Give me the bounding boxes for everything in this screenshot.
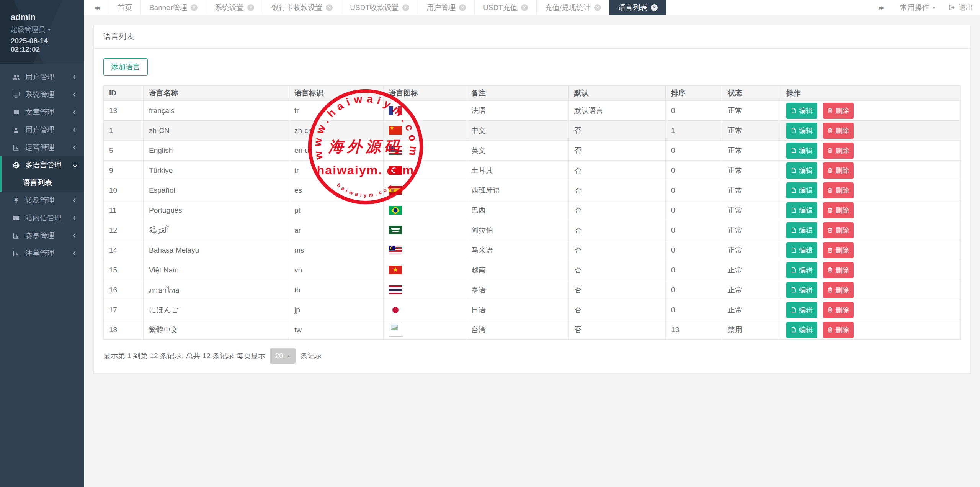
tab[interactable]: 银行卡收款设置×: [263, 0, 341, 15]
flag-broken-image-icon: [389, 323, 403, 337]
edit-button-label: 编辑: [799, 186, 813, 195]
page-size-dropdown[interactable]: 20 ▲: [270, 348, 296, 364]
delete-button[interactable]: 删除: [823, 162, 854, 179]
sidebar-item[interactable]: 文章管理: [0, 103, 84, 121]
flag-turkey-icon: [389, 166, 402, 175]
tab[interactable]: 语言列表×: [609, 0, 666, 15]
delete-button[interactable]: 删除: [823, 182, 854, 198]
sidebar-item[interactable]: 运营管理: [0, 139, 84, 156]
cell-language-flag: [384, 300, 466, 320]
tab[interactable]: USDT收款设置×: [341, 0, 418, 15]
tabs-scroll-right-button[interactable]: ▶▶: [869, 0, 893, 15]
delete-button[interactable]: 删除: [823, 302, 854, 318]
sidebar-item[interactable]: 多语言管理: [2, 156, 84, 174]
sidebar-item[interactable]: ¥转盘管理: [0, 192, 84, 209]
cell-actions: 编辑 删除: [781, 101, 961, 121]
sidebar-group: 用户管理: [0, 121, 84, 139]
sidebar-item-label: 多语言管理: [25, 160, 74, 170]
pagination-summary: 显示第 1 到第 12 条记录, 总共 12 条记录 每页显示: [103, 351, 265, 361]
cell-id: 14: [104, 240, 144, 260]
sidebar-item[interactable]: 站内信管理: [0, 209, 84, 227]
delete-button[interactable]: 删除: [823, 282, 854, 298]
user-role-label: 超级管理员: [11, 25, 45, 34]
tab-close-icon[interactable]: ×: [521, 4, 528, 11]
tabs-scroll-left-button[interactable]: ◀◀: [84, 0, 109, 15]
cell-language-code: jp: [289, 300, 384, 320]
tab-close-icon[interactable]: ×: [459, 4, 466, 11]
tab[interactable]: 用户管理×: [418, 0, 474, 15]
sidebar-subitem[interactable]: 语言列表: [2, 174, 84, 192]
tab[interactable]: 充值/提现统计×: [536, 0, 609, 15]
sidebar-item[interactable]: 用户管理: [0, 68, 84, 86]
tab-close-icon[interactable]: ×: [651, 4, 658, 11]
delete-button[interactable]: 删除: [823, 242, 854, 258]
tabs: 首页Banner管理×系统设置×银行卡收款设置×USDT收款设置×用户管理×US…: [109, 0, 666, 15]
cell-default: 否: [569, 121, 666, 141]
delete-button[interactable]: 删除: [823, 103, 854, 119]
tab-close-icon[interactable]: ×: [191, 4, 198, 11]
add-language-button[interactable]: 添加语言: [103, 58, 148, 76]
delete-button[interactable]: 删除: [823, 202, 854, 218]
delete-button[interactable]: 删除: [823, 143, 854, 159]
logout-button[interactable]: 退出: [942, 0, 980, 15]
cell-status: 正常: [722, 240, 781, 260]
cell-default: 否: [569, 200, 666, 220]
tab[interactable]: Banner管理×: [140, 0, 206, 15]
cell-id: 15: [104, 260, 144, 280]
delete-button[interactable]: 删除: [823, 123, 854, 139]
edit-button[interactable]: 编辑: [786, 182, 817, 198]
tab-close-icon[interactable]: ×: [247, 4, 254, 11]
tab[interactable]: 系统设置×: [206, 0, 263, 15]
sidebar-item[interactable]: 注单管理: [0, 244, 84, 262]
cell-sort: 13: [666, 320, 722, 340]
cell-actions: 编辑 删除: [781, 260, 961, 280]
user-role-dropdown[interactable]: 超级管理员 ▾: [11, 25, 74, 34]
edit-button[interactable]: 编辑: [786, 322, 817, 338]
edit-button[interactable]: 编辑: [786, 262, 817, 278]
cell-sort: 0: [666, 280, 722, 300]
cell-sort: 1: [666, 121, 722, 141]
delete-button[interactable]: 删除: [823, 262, 854, 278]
tab[interactable]: 首页: [109, 0, 140, 15]
pagination-info: 显示第 1 到第 12 条记录, 总共 12 条记录 每页显示 20 ▲ 条记录: [103, 348, 961, 364]
edit-icon: [791, 128, 796, 133]
table-body: 13 français fr 法语 默认语言 0 正常 编辑 删除 1 zh-C…: [104, 101, 961, 340]
cell-language-flag: [384, 141, 466, 161]
delete-button[interactable]: 删除: [823, 322, 854, 338]
tab-close-icon[interactable]: ×: [594, 4, 601, 11]
chevron-left-icon: [73, 92, 77, 97]
edit-button-label: 编辑: [799, 325, 813, 335]
edit-button[interactable]: 编辑: [786, 222, 817, 238]
trash-icon: [828, 128, 833, 133]
edit-button[interactable]: 编辑: [786, 282, 817, 298]
edit-button[interactable]: 编辑: [786, 103, 817, 119]
table-row: 5 English en-us 英文 否 0 正常 编辑 删除: [104, 141, 961, 161]
cell-id: 1: [104, 121, 144, 141]
delete-button-label: 删除: [835, 226, 849, 235]
edit-button[interactable]: 编辑: [786, 162, 817, 179]
edit-button[interactable]: 编辑: [786, 202, 817, 218]
column-header: ID: [104, 86, 144, 101]
sidebar-item-label: 系统管理: [25, 90, 74, 100]
sidebar-item-label: 运营管理: [25, 143, 74, 152]
common-actions-button[interactable]: 常用操作 ▾: [893, 0, 942, 15]
sidebar-item[interactable]: 系统管理: [0, 86, 84, 103]
cell-default: 否: [569, 240, 666, 260]
sidebar-item[interactable]: 赛事管理: [0, 227, 84, 244]
cell-note: 马来语: [466, 240, 569, 260]
edit-button[interactable]: 编辑: [786, 242, 817, 258]
double-left-arrow-icon: ◀◀: [94, 5, 99, 10]
edit-button-label: 编辑: [799, 126, 813, 135]
edit-button[interactable]: 编辑: [786, 143, 817, 159]
delete-button-label: 删除: [835, 285, 849, 295]
cell-language-name: Español: [144, 180, 289, 200]
edit-button-label: 编辑: [799, 285, 813, 295]
edit-button[interactable]: 编辑: [786, 302, 817, 318]
delete-button[interactable]: 删除: [823, 222, 854, 238]
login-datetime: 2025-08-14 02:12:02: [11, 37, 74, 54]
edit-button[interactable]: 编辑: [786, 123, 817, 139]
sidebar-item[interactable]: 用户管理: [0, 121, 84, 139]
tab-close-icon[interactable]: ×: [326, 4, 333, 11]
tab[interactable]: USDT充值×: [474, 0, 536, 15]
tab-close-icon[interactable]: ×: [402, 4, 409, 11]
